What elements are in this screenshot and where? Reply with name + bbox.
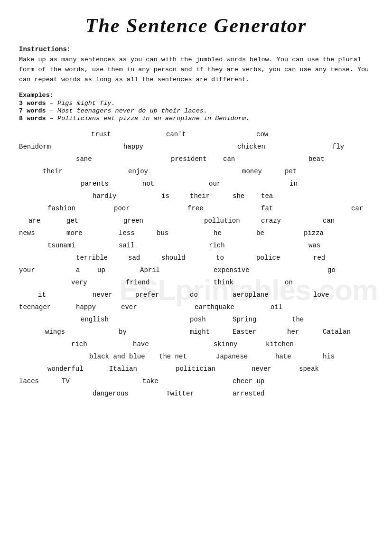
word-item: can bbox=[323, 217, 335, 225]
word-item: bus bbox=[157, 229, 168, 237]
word-item: aeroplane bbox=[233, 291, 269, 299]
word-item: rich bbox=[209, 242, 225, 249]
word-item: Easter bbox=[233, 328, 256, 336]
example-count: 7 words bbox=[19, 107, 46, 114]
word-item: Italian bbox=[109, 365, 137, 373]
word-item: the net bbox=[159, 353, 187, 360]
word-item: are bbox=[28, 217, 40, 225]
word-item: beat bbox=[308, 155, 325, 163]
word-item: police bbox=[256, 254, 280, 262]
word-item: terrible bbox=[76, 254, 108, 262]
word-item: car bbox=[351, 205, 363, 212]
word-item: take bbox=[142, 377, 159, 385]
word-item: dangerous bbox=[93, 390, 129, 397]
word-item: their bbox=[43, 168, 63, 175]
word-item: news bbox=[19, 229, 35, 237]
word-item: black and blue bbox=[89, 353, 145, 360]
word-item: to bbox=[216, 254, 224, 262]
word-item: president bbox=[171, 155, 207, 163]
word-item: poor bbox=[114, 205, 130, 212]
word-item: trust bbox=[91, 131, 111, 138]
word-item: think bbox=[214, 279, 233, 286]
word-item: posh bbox=[190, 316, 206, 323]
word-item: TV bbox=[62, 377, 70, 385]
word-item: Catalan bbox=[323, 328, 351, 336]
word-item: politician bbox=[176, 365, 215, 373]
word-item: wonderful bbox=[47, 365, 84, 373]
page-title: The Sentence Generator bbox=[19, 14, 373, 37]
word-item: our bbox=[209, 180, 221, 188]
example-count: 8 words bbox=[19, 115, 46, 122]
example-count: 3 words bbox=[19, 100, 46, 107]
word-item: very bbox=[71, 279, 87, 286]
word-item: happy bbox=[76, 303, 96, 311]
word-item: earthquake bbox=[195, 303, 234, 311]
word-item: be bbox=[256, 229, 264, 237]
example-line: 7 words – Most teenagers never do up the… bbox=[19, 107, 373, 114]
word-item: Japanese bbox=[216, 353, 248, 360]
word-item: by bbox=[119, 328, 127, 336]
word-item: in bbox=[289, 180, 298, 188]
word-item: parents bbox=[81, 180, 109, 188]
word-item: he bbox=[214, 229, 222, 237]
word-item: free bbox=[187, 205, 204, 212]
word-item: she bbox=[233, 192, 244, 200]
word-item: less bbox=[119, 229, 135, 237]
word-item: have bbox=[133, 340, 149, 348]
instructions-section: Instructions: Make up as many sentences … bbox=[19, 46, 373, 85]
word-item: do bbox=[190, 291, 198, 299]
word-item: never bbox=[93, 291, 112, 299]
word-item: not bbox=[142, 180, 154, 188]
scatter-area: trustcan'tcowBenidormhappychickenflysane… bbox=[19, 131, 373, 425]
word-item: chicken bbox=[237, 143, 265, 151]
word-item: money bbox=[242, 168, 262, 175]
word-item: the bbox=[292, 316, 304, 323]
word-item: might bbox=[190, 328, 210, 336]
word-item: hate bbox=[275, 353, 291, 360]
word-item: her bbox=[287, 328, 299, 336]
word-item: friend bbox=[126, 279, 149, 286]
word-item: can't bbox=[166, 131, 186, 138]
word-item: never bbox=[252, 365, 271, 373]
examples-label: Examples: bbox=[19, 92, 373, 99]
word-item: crazy bbox=[261, 217, 281, 225]
examples-list: 3 words – Pigs might fly.7 words – Most … bbox=[19, 100, 373, 122]
instructions-label: Instructions: bbox=[19, 46, 373, 53]
word-item: fashion bbox=[47, 205, 75, 212]
word-item: teenager bbox=[19, 303, 51, 311]
word-item: sane bbox=[76, 155, 92, 163]
word-item: enjoy bbox=[128, 168, 148, 175]
example-sentence: Politicians eat pizza in an aeroplane in… bbox=[57, 115, 250, 122]
word-item: a bbox=[76, 266, 80, 274]
word-item: cheer up bbox=[233, 377, 264, 385]
word-item: skinny bbox=[214, 340, 237, 348]
example-sentence: Most teenagers never do up their laces. bbox=[57, 107, 207, 114]
word-item: prefer bbox=[135, 291, 159, 299]
word-item: April bbox=[140, 266, 160, 274]
word-item: green bbox=[123, 217, 143, 225]
word-item: red bbox=[313, 254, 325, 262]
word-item: expensive bbox=[214, 266, 250, 274]
word-item: pizza bbox=[304, 229, 324, 237]
word-item: pollution bbox=[204, 217, 240, 225]
word-item: laces bbox=[19, 377, 39, 385]
word-item: on bbox=[285, 279, 293, 286]
word-item: oil bbox=[271, 303, 282, 311]
word-item: arrested bbox=[233, 390, 264, 397]
word-item: their bbox=[190, 192, 210, 200]
example-line: 3 words – Pigs might fly. bbox=[19, 100, 373, 107]
example-line: 8 words – Politicians eat pizza in an ae… bbox=[19, 115, 373, 122]
word-item: tsunami bbox=[47, 242, 75, 249]
word-item: your bbox=[19, 266, 35, 274]
word-item: love bbox=[313, 291, 329, 299]
word-item: speak bbox=[299, 365, 319, 373]
word-item: fly bbox=[332, 143, 344, 151]
word-item: tea bbox=[261, 192, 273, 200]
word-item: is bbox=[161, 192, 169, 200]
word-item: more bbox=[66, 229, 83, 237]
word-area: ESLprintables.com trustcan'tcowBenidormh… bbox=[19, 131, 373, 425]
word-item: can bbox=[223, 155, 235, 163]
word-item: get bbox=[66, 217, 78, 225]
word-item: his bbox=[323, 353, 335, 360]
word-item: go bbox=[327, 266, 336, 274]
